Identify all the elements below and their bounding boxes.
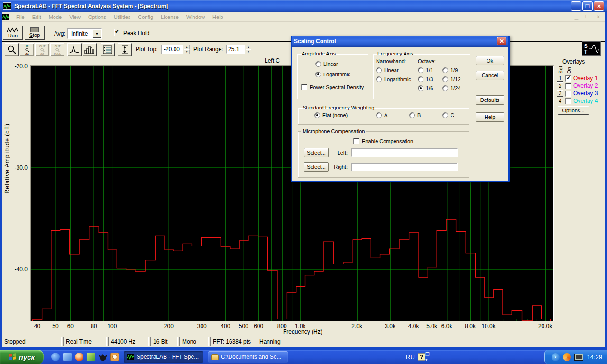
radio-icon[interactable] <box>409 112 415 118</box>
octave-1-12-radio[interactable]: 1/12 <box>442 76 467 82</box>
quick-launch-media-player-icon[interactable] <box>51 353 60 361</box>
menu-help[interactable]: Help <box>212 14 223 20</box>
radio-icon[interactable] <box>418 85 423 91</box>
taskbar-task-explorer[interactable]: C:\Documents and Se... <box>208 351 288 363</box>
radio-icon[interactable] <box>315 61 321 67</box>
tray-display-icon[interactable] <box>574 354 583 361</box>
tray-back-arrow-icon[interactable]: ‹ <box>552 353 560 361</box>
x-tick-label: 50 <box>52 323 58 329</box>
stop-button[interactable]: Stop <box>25 26 45 40</box>
radio-icon[interactable] <box>376 112 382 118</box>
plot-range-input[interactable]: 25.1 <box>226 45 245 54</box>
radio-icon[interactable] <box>314 112 320 118</box>
overlay-1-set-button[interactable]: 1 <box>557 75 563 82</box>
octave-1-6-radio[interactable]: 1/6 <box>418 85 442 91</box>
status-bar: Stopped Real Time 44100 Hz 16 Bit Mono F… <box>0 336 607 347</box>
select-right-button[interactable]: Select... <box>304 162 329 172</box>
quick-launch-bat-icon[interactable] <box>99 353 107 361</box>
power-spectral-density-checkbox[interactable]: Power Spectral Density <box>301 84 365 90</box>
start-button[interactable]: пуск <box>0 350 44 364</box>
narrowband-logarithmic-radio[interactable]: Logarithmic <box>376 76 418 82</box>
help-button[interactable]: Help <box>476 112 504 122</box>
octave-1-9-radio[interactable]: 1/9 <box>442 67 467 73</box>
weighting-a-radio[interactable]: A <box>376 112 409 118</box>
octave-1-24-radio[interactable]: 1/24 <box>442 85 467 91</box>
language-indicator[interactable]: RU <box>403 354 418 361</box>
defaults-button[interactable]: Defaults <box>476 95 504 105</box>
cancel-button[interactable]: Cancel <box>476 71 504 80</box>
zoom-in-2x-button[interactable]: IN 2X <box>20 43 34 56</box>
radio-icon[interactable] <box>418 67 423 73</box>
octave-1-1-radio[interactable]: 1/1 <box>418 67 442 73</box>
overlay-3-set-button[interactable]: 3 <box>557 90 563 97</box>
mic-left-input[interactable] <box>351 148 458 157</box>
dialog-close-button[interactable]: ✕ <box>497 37 506 46</box>
radio-icon[interactable] <box>376 76 382 82</box>
overlay-1-checkbox[interactable] <box>565 75 571 82</box>
taskbar-task-spectralab[interactable]: SpectraLAB - FFT Spe... <box>124 351 203 363</box>
radio-icon[interactable] <box>442 85 448 91</box>
display-options-button[interactable] <box>101 43 115 56</box>
overlay-4-checkbox[interactable] <box>565 98 571 104</box>
amplitude-scale-button[interactable] <box>118 43 132 56</box>
folder-icon <box>211 354 219 360</box>
chevron-down-icon[interactable]: ▼ <box>93 29 101 38</box>
radio-icon[interactable] <box>376 67 382 73</box>
quick-launch-app-icon[interactable] <box>87 353 95 361</box>
select-left-button[interactable]: Select... <box>304 148 329 157</box>
avg-combo[interactable]: Infinite ▼ <box>67 28 102 39</box>
plot-top-input[interactable]: -20.00 <box>161 45 183 54</box>
menu-utilities[interactable]: Utilities <box>114 14 130 20</box>
radio-icon[interactable] <box>442 76 448 82</box>
enable-compensation-checkbox[interactable]: Enable Compensation <box>353 138 466 144</box>
amplitude-logarithmic-radio[interactable]: Logarithmic <box>315 72 365 77</box>
mic-right-label: Right: <box>332 164 348 170</box>
plot-range-spinner[interactable]: ▲▼ <box>246 45 251 54</box>
toolbar-chevron-icon[interactable]: ❐▾ <box>425 352 430 362</box>
overlay-4-set-button[interactable]: 4 <box>557 98 563 104</box>
tray-orange-app-icon[interactable] <box>563 353 571 361</box>
menu-options[interactable]: Options <box>88 14 106 20</box>
minimize-button[interactable]: ▁ <box>571 1 581 11</box>
quick-launch-messenger-icon[interactable] <box>63 353 72 361</box>
menu-file[interactable]: File <box>16 14 25 20</box>
menu-config[interactable]: Config <box>138 14 153 20</box>
checkbox-icon[interactable] <box>353 138 359 144</box>
peak-hold-checkbox[interactable] <box>114 29 115 36</box>
amplitude-linear-radio[interactable]: Linear <box>315 61 365 67</box>
close-button[interactable]: ✕ <box>594 1 604 11</box>
ok-button[interactable]: Ok <box>476 56 504 65</box>
bar-display-button[interactable] <box>83 43 97 56</box>
menu-window[interactable]: Window <box>186 14 205 20</box>
menu-mode[interactable]: Mode <box>49 14 62 20</box>
dialog-title-bar[interactable]: Scaling Control ✕ <box>292 36 508 47</box>
radio-icon[interactable] <box>442 112 448 118</box>
zoom-out-2x-label-bottom: 2X <box>40 52 44 55</box>
quick-launch-browser-icon[interactable] <box>75 353 83 361</box>
weighting-b-radio[interactable]: B <box>409 112 442 118</box>
mdi-window-buttons[interactable]: ▁ ❐ ✕ <box>574 14 603 19</box>
radio-icon[interactable] <box>418 76 423 82</box>
maximize-button[interactable]: ❐ <box>582 1 593 11</box>
help-tray-icon[interactable]: ? <box>418 353 425 361</box>
zoom-tool-button[interactable] <box>5 43 19 56</box>
overlay-3-checkbox[interactable] <box>565 91 571 97</box>
weighting-flat-radio[interactable]: Flat (none) <box>314 112 376 118</box>
overlay-2-checkbox[interactable] <box>565 83 571 89</box>
overlays-options-button[interactable]: Options... <box>558 106 589 115</box>
overlay-2-set-button[interactable]: 2 <box>557 82 563 89</box>
checkbox-icon[interactable] <box>301 84 307 90</box>
run-button[interactable]: Run <box>3 26 23 40</box>
narrowband-linear-radio[interactable]: Linear <box>376 67 418 73</box>
radio-icon[interactable] <box>442 67 448 73</box>
menu-view[interactable]: View <box>69 14 81 20</box>
quick-launch-clock-icon[interactable] <box>110 353 119 361</box>
mic-right-input[interactable] <box>351 163 458 171</box>
menu-edit[interactable]: Edit <box>32 14 41 20</box>
weighting-c-radio[interactable]: C <box>442 112 454 118</box>
menu-license[interactable]: License <box>161 14 179 20</box>
radio-icon[interactable] <box>315 72 321 77</box>
line-display-button[interactable] <box>67 43 82 56</box>
octave-1-3-radio[interactable]: 1/3 <box>418 76 442 82</box>
plot-top-spinner[interactable]: ▲▼ <box>184 45 190 54</box>
